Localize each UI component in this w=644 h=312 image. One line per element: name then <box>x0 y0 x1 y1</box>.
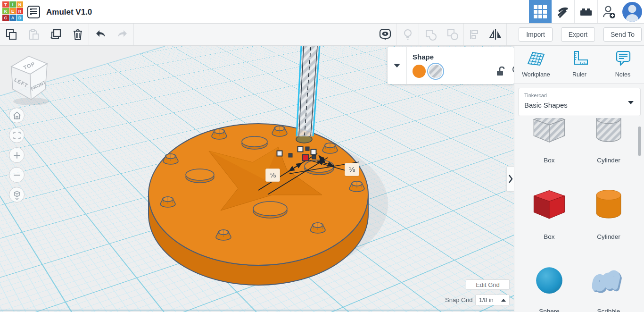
shape-label: Scribble <box>579 308 638 312</box>
design-title[interactable]: Amulet V1.0 <box>46 8 92 17</box>
logo-tile: C <box>2 15 9 21</box>
duplicate-button[interactable] <box>44 24 66 45</box>
amulet-disc[interactable] <box>149 124 368 285</box>
view-cube[interactable]: TOP LEFT FRONT <box>7 50 56 109</box>
brick-export-button[interactable] <box>575 0 597 23</box>
perspective-toggle-button[interactable] <box>9 187 25 202</box>
scale-handle[interactable] <box>277 151 282 156</box>
chevron-right-icon <box>508 174 513 184</box>
logo-tile: D <box>17 15 23 21</box>
shape-item-box-hole[interactable]: Box <box>520 118 579 164</box>
ungroup-button[interactable] <box>441 24 463 45</box>
box-thumb <box>526 185 573 230</box>
home-view-button[interactable] <box>9 108 25 123</box>
notes-icon <box>612 49 633 68</box>
shape-item-scribble[interactable]: Scribble <box>579 260 638 312</box>
send-to-button[interactable]: Send To <box>603 27 642 42</box>
solid-color-swatch[interactable] <box>413 65 426 78</box>
edit-grid-button[interactable]: Edit Grid <box>466 279 510 290</box>
show-all-eye-icon <box>379 28 392 41</box>
dashboard-grid-button[interactable] <box>529 0 552 23</box>
fit-view-button[interactable] <box>9 127 25 143</box>
scene-tools-row: Workplane Ruler Notes <box>514 46 644 84</box>
shape-gallery[interactable]: Box Cylinder Box <box>514 118 644 312</box>
redo-button[interactable] <box>111 24 133 45</box>
viewport-3d[interactable]: ⅛ ⅛ TOP LEFT FRONT <box>0 46 514 312</box>
header: T I N K E R C A D Amulet V1.0 <box>0 0 644 24</box>
minus-icon <box>11 169 23 181</box>
chevron-down-icon <box>394 64 400 67</box>
ruler-label: Ruler <box>558 71 601 78</box>
sphere-thumb <box>526 260 573 305</box>
workplane-tool[interactable]: Workplane <box>515 49 557 78</box>
show-all-button[interactable] <box>374 24 396 45</box>
shapes-sidebar: Workplane Ruler Notes Tinkercad Bas <box>514 46 644 312</box>
zoom-in-button[interactable] <box>9 147 25 163</box>
unlock-icon[interactable] <box>495 66 506 77</box>
chevron-down-icon <box>628 101 634 104</box>
edge-handle[interactable] <box>312 155 316 159</box>
scale-handle[interactable] <box>311 150 316 155</box>
shape-label: Cylinder <box>579 157 638 164</box>
dimension-label[interactable]: ⅛ <box>265 169 280 182</box>
group-icon <box>424 28 437 41</box>
shape-label: Box <box>520 157 579 164</box>
lego-brick-icon <box>579 5 593 19</box>
shape-item-box[interactable]: Box <box>520 185 579 240</box>
edge-handle[interactable] <box>305 147 309 151</box>
inspector-title: Shape <box>413 53 434 61</box>
gallery-scrollbar[interactable] <box>638 126 641 156</box>
ruler-icon <box>569 49 590 68</box>
shape-library-select[interactable]: Tinkercad Basic Shapes <box>518 88 641 116</box>
scale-handle[interactable] <box>298 147 303 152</box>
selected-hole-cylinder[interactable] <box>297 46 320 136</box>
workplane-front-edge <box>0 310 514 311</box>
chevron-up-icon <box>501 299 506 302</box>
undo-icon <box>94 28 107 41</box>
shape-label: Box <box>520 233 579 240</box>
group-button[interactable] <box>419 24 441 45</box>
plus-icon <box>11 150 23 161</box>
snap-grid-value: 1/8 in <box>479 297 494 304</box>
logo-tile: T <box>2 1 9 8</box>
align-icon <box>468 28 480 41</box>
shape-item-cylinder-hole[interactable]: Cylinder <box>579 118 638 164</box>
minecraft-export-button[interactable] <box>552 0 574 23</box>
snap-grid-select[interactable]: 1/8 in <box>475 295 510 305</box>
delete-button[interactable] <box>66 24 89 45</box>
mirror-button[interactable] <box>485 24 506 45</box>
lightbulb-icon <box>402 28 414 41</box>
toolbar: Import Export Send To <box>0 24 644 46</box>
shape-label: Sphere <box>520 308 579 312</box>
ruler-tool[interactable]: Ruler <box>558 49 601 78</box>
hole-swatch-selected[interactable] <box>429 65 442 78</box>
cylinder-thumb <box>585 185 632 230</box>
inspector-collapse-button[interactable] <box>388 47 407 84</box>
export-button[interactable]: Export <box>561 27 595 42</box>
shape-item-cylinder[interactable]: Cylinder <box>579 185 638 240</box>
logo-tile: I <box>9 1 16 8</box>
avatar <box>622 1 643 22</box>
shape-item-sphere[interactable]: Sphere <box>520 260 579 312</box>
sidebar-collapse-tab[interactable] <box>506 166 514 192</box>
tinkercad-logo[interactable]: T I N K E R C A D <box>2 1 24 22</box>
edge-handle[interactable] <box>289 153 292 157</box>
fit-view-icon <box>11 130 23 141</box>
notes-tool[interactable]: Notes <box>602 49 644 78</box>
logo-tile: N <box>17 1 23 8</box>
import-button[interactable]: Import <box>519 27 553 42</box>
active-handle[interactable] <box>303 155 309 161</box>
zoom-out-button[interactable] <box>9 167 25 183</box>
mirror-icon <box>488 28 503 41</box>
invite-collaborator-button[interactable] <box>598 0 620 23</box>
logo-tile: K <box>2 8 9 14</box>
project-properties-icon[interactable] <box>27 6 40 18</box>
hide-selected-button[interactable] <box>396 24 419 45</box>
align-button[interactable] <box>464 24 485 45</box>
undo-button[interactable] <box>89 24 111 45</box>
copy-button[interactable] <box>0 24 22 45</box>
dimension-label[interactable]: ⅛ <box>345 163 359 176</box>
account-menu[interactable] <box>620 0 644 23</box>
paste-button[interactable] <box>22 24 44 45</box>
library-kicker: Tinkercad <box>524 93 547 98</box>
